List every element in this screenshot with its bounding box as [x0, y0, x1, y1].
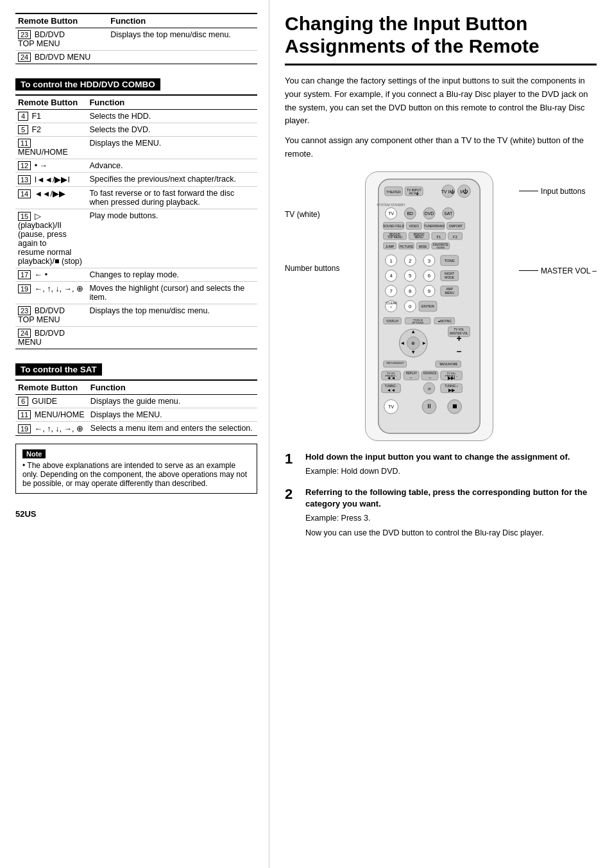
- tv-white-label: TV (white): [285, 210, 339, 219]
- svg-text:PICTURE: PICTURE: [400, 245, 414, 248]
- diagram-labels-left: TV (white) Number buttons: [285, 171, 339, 273]
- svg-text:6: 6: [428, 273, 431, 279]
- svg-text:→: →: [428, 376, 432, 380]
- step-1-main: Hold down the input button you want to c…: [305, 451, 597, 463]
- table-row: 24 BD/DVD MENU: [15, 327, 257, 349]
- svg-text:GUIDE: GUIDE: [437, 246, 445, 249]
- sat-section-title: To control the SAT: [15, 363, 102, 376]
- table-cell-func: Moves the highlight (cursor) and selects…: [87, 282, 257, 304]
- hdd-section: To control the HDD/DVD COMBO Remote Butt…: [15, 72, 257, 349]
- right-column: Changing the Input Button Assignments of…: [269, 0, 612, 868]
- svg-text:⟳: ⟳: [428, 386, 431, 390]
- svg-text:⏸: ⏸: [426, 403, 432, 410]
- svg-text:°RETURN/EXIT: °RETURN/EXIT: [386, 361, 405, 365]
- table-cell-func: Selects the DVD.: [87, 123, 257, 137]
- table-row: 11 MENU/HOME Displays the MENU.: [15, 408, 257, 422]
- svg-text:MENU: MENU: [445, 291, 455, 295]
- svg-text:ADVANCE: ADVANCE: [423, 372, 437, 375]
- btn-num: 11: [18, 139, 31, 148]
- table-cell-func: Changes to replay mode.: [87, 268, 257, 282]
- table-row: 4 F1 Selects the HDD.: [15, 110, 257, 123]
- table-row: 13 I◄◄/▶▶I Specifies the previous/next c…: [15, 173, 257, 187]
- input-buttons-label-entry: Input buttons: [519, 187, 597, 196]
- table-cell-btn: 19 ←, ↑, ↓, →, ⊕: [15, 282, 87, 304]
- svg-text:▶▶I: ▶▶I: [448, 376, 455, 380]
- svg-text:9: 9: [428, 288, 431, 294]
- svg-text:←: ←: [409, 376, 414, 380]
- svg-text:THEATER: THEATER: [386, 191, 401, 194]
- note-label: Note: [22, 449, 46, 458]
- table-cell-btn: 14 ◄◄/▶▶: [15, 187, 87, 209]
- hdd-col1: Remote Button: [15, 95, 87, 110]
- svg-text:1: 1: [390, 257, 393, 263]
- btn-num: 19: [18, 424, 31, 433]
- note-text: • The above explanations are intended to…: [22, 461, 250, 488]
- svg-text:TV VOL: TV VOL: [454, 327, 464, 331]
- svg-text:TV: TV: [388, 404, 394, 409]
- remote-diagram: TV (white) Number buttons THEATER TV INP…: [285, 171, 597, 441]
- svg-text:◄◄: ◄◄: [387, 387, 396, 392]
- step-2-content: Referring to the following table, press …: [305, 487, 597, 539]
- btn-num: 12: [18, 161, 31, 170]
- svg-text:DVD: DVD: [425, 211, 434, 216]
- svg-text:WIDE: WIDE: [419, 245, 428, 248]
- table-cell-btn: 17 ← •: [15, 268, 87, 282]
- page: Remote Button Function 23 BD/DVDTOP MENU…: [0, 0, 612, 868]
- btn-num: 24: [18, 329, 31, 338]
- step-2-detail1: Example: Press 3.: [305, 512, 597, 525]
- btn-num: 11: [18, 410, 31, 419]
- step-container: 1 Hold down the input button you want to…: [285, 451, 597, 539]
- table-cell-btn: 15 ▷ (playback)/II(pause, press again to…: [15, 209, 87, 268]
- svg-text:°DISPLAY: °DISPLAY: [386, 320, 399, 323]
- svg-text:5: 5: [409, 273, 412, 279]
- step-2-main: Referring to the following table, press …: [305, 487, 597, 510]
- table-cell-btn: 19 ←, ↑, ↓, →, ⊕: [15, 422, 88, 436]
- table-row: 5 F2 Selects the DVD.: [15, 123, 257, 137]
- svg-text:°MENU/HOME: °MENU/HOME: [439, 363, 457, 366]
- svg-text:◄MUTING: ◄MUTING: [438, 320, 452, 323]
- table-cell-func: [87, 327, 257, 349]
- table-cell-func: Displays the top menu/disc menu.: [108, 28, 257, 51]
- hdd-section-title: To control the HDD/DVD COMBO: [15, 78, 160, 91]
- table-cell-btn: 11 MENU/HOME: [15, 408, 88, 422]
- svg-text:+: +: [457, 333, 462, 343]
- diagram-labels-right: Input buttons MASTER VOL –: [519, 171, 597, 275]
- btn-num: 23: [18, 306, 31, 315]
- btn-num: 13: [18, 175, 31, 184]
- table-row: 12 • → Advance.: [15, 159, 257, 173]
- btn-num: 4: [18, 112, 28, 121]
- table-row: 23 BD/DVDTOP MENU Displays the top menu/…: [15, 304, 257, 327]
- table-row: 19 ←, ↑, ↓, →, ⊕ Selects a menu item and…: [15, 422, 257, 436]
- top-table-col1: Remote Button: [15, 13, 108, 28]
- table-cell-func: Displays the guide menu.: [88, 395, 257, 408]
- svg-text:SOUND FIELD: SOUND FIELD: [383, 225, 405, 228]
- svg-text:TV: TV: [388, 211, 394, 216]
- btn-num: 17: [18, 270, 31, 279]
- sat-col2: Function: [88, 380, 257, 395]
- input-buttons-label: Input buttons: [541, 187, 585, 196]
- sat-table: Remote Button Function 6 GUIDE Displays …: [15, 379, 257, 436]
- step-2-num: 2: [285, 487, 299, 539]
- table-cell-func: Play mode buttons.: [87, 209, 257, 268]
- table-cell-btn: 6 GUIDE: [15, 395, 88, 408]
- svg-text:7: 7: [390, 288, 393, 294]
- svg-text:ENTER: ENTER: [421, 304, 435, 308]
- step-2-detail2: Now you can use the DVD button to contro…: [305, 527, 597, 539]
- svg-text:MODE: MODE: [445, 276, 455, 279]
- svg-text:TUNER/BAND: TUNER/BAND: [424, 225, 445, 228]
- svg-text:TONE: TONE: [445, 258, 455, 262]
- svg-text:–: –: [457, 346, 462, 356]
- svg-text:REPLAY: REPLAY: [406, 372, 417, 375]
- note-box: Note • The above explanations are intend…: [15, 444, 257, 494]
- table-cell-btn: 4 F1: [15, 110, 87, 123]
- svg-text:►: ►: [421, 340, 427, 346]
- table-cell-btn: 5 F2: [15, 123, 87, 137]
- btn-num: 15: [18, 212, 31, 221]
- svg-text:◄: ◄: [400, 340, 405, 346]
- number-buttons-label: Number buttons: [285, 264, 339, 273]
- top-table-wrap: Remote Button Function 23 BD/DVDTOP MENU…: [15, 13, 257, 64]
- svg-text:I/⏻: I/⏻: [460, 189, 468, 195]
- table-cell-func: Displays the MENU.: [87, 137, 257, 159]
- svg-text:SAT: SAT: [444, 211, 453, 216]
- svg-text:TV I/⏻: TV I/⏻: [441, 189, 455, 194]
